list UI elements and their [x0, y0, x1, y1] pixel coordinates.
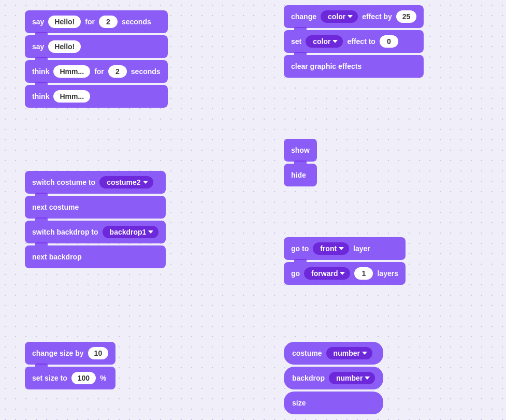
clear-effects-label: clear graphic effects [291, 62, 362, 70]
forward-dropdown[interactable]: forward [304, 267, 350, 280]
layers-group: go to front layer go forward 1 layers [284, 237, 406, 285]
set-label: set [291, 37, 301, 46]
backdrop-number-arrow [365, 376, 370, 380]
front-arrow [339, 247, 344, 250]
set-size-label: set size to [32, 374, 67, 382]
say-hello-block[interactable]: say Hello! [25, 35, 168, 58]
think-hmm-block[interactable]: think Hmm... [25, 85, 168, 108]
set-color-value: color [313, 37, 330, 46]
effect-by-label: effect by [362, 12, 392, 21]
think-label: think [32, 67, 49, 76]
backdrop-number-block[interactable]: backdrop number [284, 367, 383, 389]
show-label: show [291, 146, 310, 154]
change-label: change [291, 12, 316, 21]
clear-effects-block[interactable]: clear graphic effects [284, 55, 424, 78]
set-size-block[interactable]: set size to 100 % [25, 367, 115, 389]
say-hello-input[interactable]: Hello! [48, 16, 81, 28]
go-layers-block[interactable]: go forward 1 layers [284, 262, 406, 285]
size-reporter-block[interactable]: size [284, 392, 383, 414]
say-label2: say [32, 42, 44, 51]
show-hide-group: show hide [284, 139, 317, 186]
effect-to-label: effect to [347, 37, 375, 46]
say-think-group: say Hello! for 2 seconds say Hello! thin… [25, 10, 168, 108]
effect-color-dropdown[interactable]: color [321, 10, 358, 23]
effect-by-input[interactable]: 25 [396, 10, 417, 23]
backdrop-dropdown-value: backdrop1 [110, 228, 147, 236]
set-size-input[interactable]: 100 [71, 372, 96, 384]
switch-costume-block[interactable]: switch costume to costume2 [25, 171, 166, 194]
size-group: change size by 10 set size to 100 % [25, 342, 115, 389]
think-for-label: for [94, 67, 104, 76]
go-label: go [291, 269, 300, 278]
hide-block[interactable]: hide [284, 164, 317, 186]
costume-number-arrow [362, 352, 367, 355]
effect-to-input[interactable]: 0 [380, 35, 398, 48]
think-hmm-input[interactable]: Hmm... [53, 65, 90, 78]
front-dropdown[interactable]: front [313, 242, 349, 255]
forward-arrow [340, 272, 345, 275]
say-seconds-input[interactable]: 2 [99, 16, 118, 28]
change-size-label: change size by [32, 349, 84, 357]
layers-label: layers [377, 269, 398, 278]
costume-dropdown[interactable]: costume2 [99, 176, 153, 189]
think-seconds-label: seconds [131, 67, 161, 76]
set-color-dropdown[interactable]: color [306, 35, 343, 48]
forward-value: forward [311, 269, 338, 278]
backdrop-reporter-label: backdrop [292, 374, 325, 382]
say-hello-input2[interactable]: Hello! [48, 40, 81, 53]
percent-label: % [100, 374, 106, 382]
costume-dropdown-value: costume2 [107, 178, 140, 186]
backdrop-number-value: number [336, 374, 363, 382]
costume-dropdown-arrow [143, 181, 148, 184]
next-backdrop-block[interactable]: next backdrop [25, 245, 166, 268]
think-hmm-for-block[interactable]: think Hmm... for 2 seconds [25, 60, 168, 83]
seconds-label: seconds [122, 18, 151, 26]
for-label: for [85, 18, 95, 26]
costume-reporter-label: costume [292, 349, 322, 357]
size-reporter-label: size [292, 399, 306, 407]
next-costume-block[interactable]: next costume [25, 196, 166, 219]
set-effect-block[interactable]: set color effect to 0 [284, 30, 424, 53]
think-label2: think [32, 92, 49, 100]
backdrop-dropdown-arrow [148, 230, 153, 234]
next-backdrop-label: next backdrop [32, 253, 82, 261]
costume-number-value: number [334, 349, 360, 357]
reporters-group: costume number backdrop number size [284, 342, 383, 414]
costume-backdrop-group: switch costume to costume2 next costume … [25, 171, 166, 268]
change-effect-block[interactable]: change color effect by 25 [284, 5, 424, 28]
backdrop-number-dropdown[interactable]: number [329, 372, 375, 384]
hide-label: hide [291, 171, 306, 179]
set-color-arrow [332, 40, 338, 43]
say-hello-for-block[interactable]: say Hello! for 2 seconds [25, 10, 168, 33]
think-seconds-input[interactable]: 2 [108, 65, 127, 78]
next-costume-label: next costume [32, 203, 79, 211]
go-to-layer-block[interactable]: go to front layer [284, 237, 406, 260]
effects-group: change color effect by 25 set color effe… [284, 5, 424, 78]
switch-backdrop-label: switch backdrop to [32, 228, 98, 236]
effect-color-value: color [328, 12, 345, 21]
switch-backdrop-block[interactable]: switch backdrop to backdrop1 [25, 221, 166, 243]
layer-label: layer [353, 244, 370, 253]
change-size-input[interactable]: 10 [88, 347, 109, 359]
think-hmm-input2[interactable]: Hmm... [53, 90, 90, 103]
go-to-label: go to [291, 244, 309, 253]
say-label: say [32, 18, 44, 26]
effect-color-arrow [348, 15, 353, 18]
backdrop-dropdown[interactable]: backdrop1 [103, 226, 159, 238]
switch-costume-label: switch costume to [32, 178, 95, 186]
costume-number-block[interactable]: costume number [284, 342, 383, 365]
front-value: front [320, 244, 337, 253]
layers-input[interactable]: 1 [354, 267, 373, 280]
change-size-block[interactable]: change size by 10 [25, 342, 115, 365]
costume-number-dropdown[interactable]: number [326, 347, 372, 359]
show-block[interactable]: show [284, 139, 317, 162]
